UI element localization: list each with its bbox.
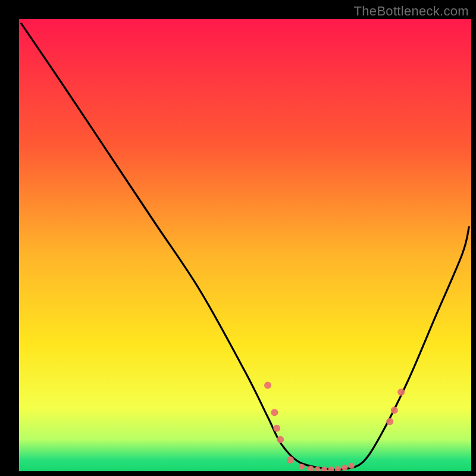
scatter-point <box>273 425 280 432</box>
scatter-point <box>342 465 347 471</box>
plot-background <box>19 19 471 471</box>
scatter-point <box>335 466 341 472</box>
scatter-point <box>264 382 271 389</box>
scatter-point <box>299 464 305 469</box>
chart-stage: TheBottleneck.com <box>0 0 476 476</box>
scatter-point <box>321 466 327 472</box>
bottleneck-chart <box>0 0 476 476</box>
scatter-point <box>271 409 278 416</box>
scatter-point <box>277 436 284 443</box>
scatter-point <box>386 418 393 425</box>
scatter-point <box>308 465 314 471</box>
scatter-point <box>287 456 294 464</box>
scatter-point <box>349 463 355 469</box>
watermark-text: TheBottleneck.com <box>354 4 469 19</box>
scatter-point <box>391 406 398 414</box>
scatter-point <box>397 389 405 396</box>
scatter-point <box>328 466 334 472</box>
scatter-point <box>315 466 321 472</box>
